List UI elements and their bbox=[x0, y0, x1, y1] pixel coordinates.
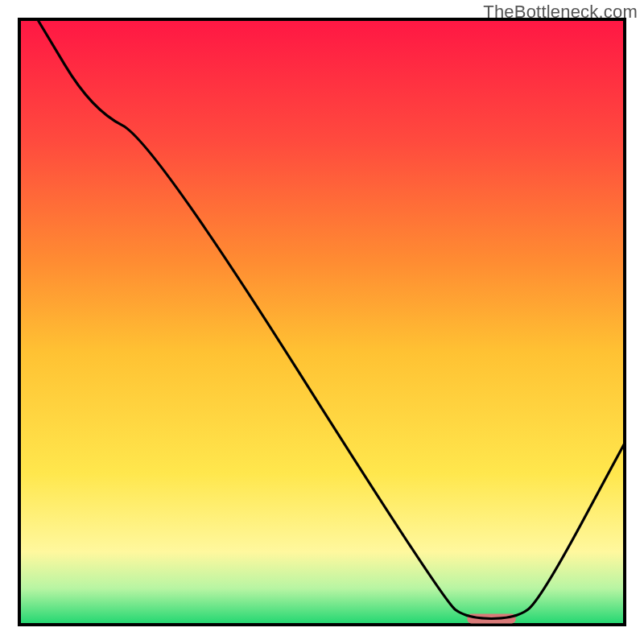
plot-background bbox=[19, 19, 625, 625]
bottleneck-chart bbox=[0, 0, 644, 644]
watermark-label: TheBottleneck.com bbox=[483, 2, 638, 23]
chart-canvas: TheBottleneck.com bbox=[0, 0, 644, 644]
